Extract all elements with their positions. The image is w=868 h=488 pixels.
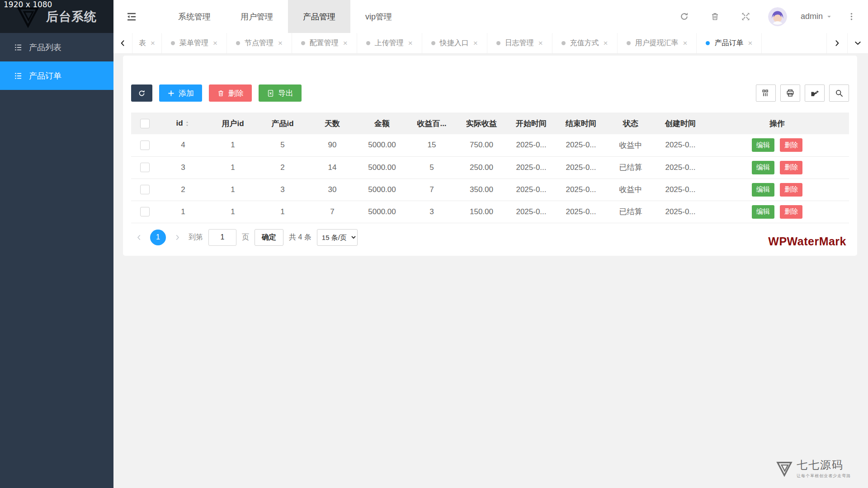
cell-start-time: 2025-0... (506, 134, 556, 156)
edit-button[interactable]: 编辑 (752, 205, 774, 219)
sidebar-fold-button[interactable] (113, 0, 150, 33)
nav-item-system[interactable]: 系统管理 (163, 0, 226, 33)
cell-create-time: 2025-0... (656, 201, 705, 223)
chevron-left-icon (136, 234, 142, 241)
print-button[interactable] (780, 84, 800, 102)
avatar[interactable] (768, 7, 787, 26)
table-refresh-button[interactable] (131, 84, 152, 102)
tab-dot-icon (301, 41, 305, 45)
tab-item-6[interactable]: 快捷入口 × (422, 33, 487, 53)
tab-item-4[interactable]: 配置管理 × (292, 33, 357, 53)
page-unit-label: 页 (242, 233, 249, 242)
cell-status: 收益中 (606, 134, 656, 156)
clear-cache-button[interactable] (707, 8, 724, 25)
tabs-menu-button[interactable] (847, 33, 868, 53)
column-label: 操作 (769, 119, 785, 128)
tab-dot-icon (171, 41, 175, 45)
more-menu-button[interactable] (846, 8, 856, 25)
tab-item-10-active[interactable]: 产品订单 × (697, 33, 762, 53)
column-label: 创建时间 (665, 119, 696, 128)
tab-item-1[interactable]: 表 × (132, 33, 162, 53)
nav-item-product[interactable]: 产品管理 (288, 0, 350, 33)
tabs-scroll-left-button[interactable] (113, 33, 132, 53)
row-checkbox[interactable] (140, 163, 150, 172)
prev-page-button[interactable] (133, 230, 145, 245)
cell-product-id: 3 (258, 178, 307, 201)
tab-label: 配置管理 (310, 38, 339, 48)
close-icon[interactable]: × (213, 39, 217, 47)
close-icon[interactable]: × (604, 39, 608, 47)
columns-toggle-button[interactable] (756, 84, 776, 102)
tabs-scroll-right-button[interactable] (826, 33, 847, 53)
row-checkbox[interactable] (140, 141, 150, 150)
add-button[interactable]: 添加 (159, 84, 202, 102)
delete-button[interactable]: 删除 (780, 205, 802, 219)
sort-icon[interactable] (184, 121, 190, 127)
trash-icon (217, 89, 225, 97)
table-row: 3 1 2 14 5000.00 5 250.00 2025-0... 2025… (131, 156, 849, 178)
checkbox-cell (131, 201, 158, 223)
confirm-page-button[interactable]: 确定 (255, 229, 283, 246)
delete-button[interactable]: 删除 (780, 183, 802, 197)
sidebar-item-product-list[interactable]: 产品列表 (0, 33, 113, 61)
close-icon[interactable]: × (538, 39, 543, 47)
user-dropdown[interactable]: admin (801, 12, 833, 21)
page-size-select[interactable]: 15 条/页 (317, 229, 358, 246)
sidebar-item-product-orders[interactable]: 产品订单 (0, 61, 113, 90)
batch-delete-button[interactable]: 删除 (209, 84, 252, 102)
edit-button[interactable]: 编辑 (752, 161, 774, 174)
edit-button[interactable]: 编辑 (752, 138, 774, 152)
export-label: 导出 (278, 88, 293, 99)
list-icon (14, 71, 23, 80)
delete-button[interactable]: 删除 (780, 161, 802, 174)
nav-item-user[interactable]: 用户管理 (226, 0, 288, 33)
tab-item-9[interactable]: 用户提现汇率 × (618, 33, 697, 53)
goto-page-input[interactable] (208, 229, 236, 246)
close-icon[interactable]: × (278, 39, 283, 47)
excel-file-icon (267, 89, 274, 97)
table-header-row: id 用户id 产品id 天数 金额 收益百... 实际收益 开始时间 结束时间… (131, 113, 849, 134)
search-toggle-button[interactable] (829, 84, 849, 102)
export-button[interactable]: 导出 (259, 84, 302, 102)
top-header: 后台系统 系统管理 用户管理 产品管理 vip管理 admin (0, 0, 868, 33)
tab-item-3[interactable]: 节点管理 × (227, 33, 292, 53)
nav-label: 系统管理 (178, 11, 211, 22)
fullscreen-button[interactable] (737, 8, 755, 25)
page-1-button[interactable]: 1 (150, 230, 166, 245)
refresh-button[interactable] (676, 8, 693, 25)
close-icon[interactable]: × (343, 39, 348, 47)
tab-label: 日志管理 (505, 38, 534, 48)
close-icon[interactable]: × (748, 39, 752, 47)
cell-amount: 5000.00 (357, 201, 407, 223)
edit-button[interactable]: 编辑 (752, 183, 774, 197)
tab-item-7[interactable]: 日志管理 × (487, 33, 552, 53)
column-label: id (176, 119, 183, 127)
nav-item-vip[interactable]: vip管理 (350, 0, 407, 33)
export-data-button[interactable] (805, 84, 825, 102)
close-icon[interactable]: × (683, 39, 688, 47)
row-checkbox[interactable] (140, 185, 150, 194)
column-amount: 金额 (357, 113, 407, 134)
column-id[interactable]: id (158, 113, 208, 134)
close-icon[interactable]: × (151, 39, 155, 47)
close-icon[interactable]: × (408, 39, 413, 47)
checkbox-cell (131, 178, 158, 201)
row-checkbox[interactable] (140, 207, 150, 216)
tab-dot-icon (236, 41, 240, 45)
next-page-button[interactable] (171, 230, 183, 245)
app-title: 后台系统 (46, 9, 97, 25)
tab-item-2[interactable]: 菜单管理 × (162, 33, 227, 53)
pagination: 1 到第 页 确定 共 4 条 15 条/页 (131, 229, 849, 246)
cell-actual-income: 150.00 (457, 201, 506, 223)
cell-days: 14 (307, 156, 357, 178)
delete-button[interactable]: 删除 (780, 138, 802, 152)
refresh-icon (679, 12, 689, 21)
close-icon[interactable]: × (473, 39, 478, 47)
cell-operations: 编辑 删除 (705, 201, 849, 223)
tab-dot-icon (561, 41, 566, 45)
cell-id: 3 (158, 156, 208, 178)
sidebar-item-label: 产品列表 (29, 42, 61, 53)
select-all-checkbox[interactable] (140, 119, 150, 128)
tab-item-5[interactable]: 上传管理 × (357, 33, 422, 53)
tab-item-8[interactable]: 充值方式 × (552, 33, 618, 53)
